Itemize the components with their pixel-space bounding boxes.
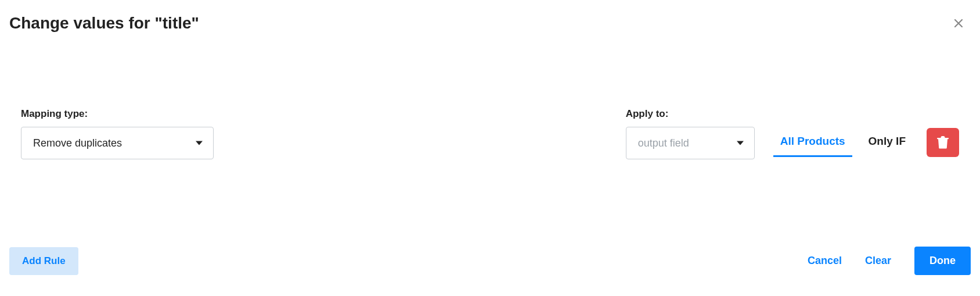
- delete-rule-button[interactable]: [927, 128, 959, 157]
- mapping-type-group: Mapping type: Remove duplicates: [21, 108, 214, 159]
- scope-tabs: All Products Only IF: [780, 129, 906, 156]
- svg-rect-0: [937, 138, 949, 139]
- tab-all-products[interactable]: All Products: [780, 129, 845, 156]
- apply-to-select[interactable]: output field: [626, 127, 755, 159]
- chevron-down-icon: [737, 141, 744, 145]
- add-rule-button[interactable]: Add Rule: [9, 247, 78, 275]
- close-icon[interactable]: [951, 16, 966, 31]
- apply-to-group: Apply to: output field: [626, 108, 755, 159]
- mapping-type-select[interactable]: Remove duplicates: [21, 127, 214, 159]
- dialog-footer: Add Rule Cancel Clear Done: [9, 247, 971, 275]
- mapping-type-value: Remove duplicates: [33, 137, 122, 149]
- dialog-title: Change values for "title": [9, 14, 199, 33]
- done-button[interactable]: Done: [914, 247, 971, 275]
- tab-only-if[interactable]: Only IF: [869, 129, 906, 156]
- change-values-dialog: Change values for "title" Mapping type: …: [0, 0, 980, 287]
- mapping-type-label: Mapping type:: [21, 108, 214, 120]
- apply-to-placeholder: output field: [638, 137, 689, 149]
- dialog-header: Change values for "title": [9, 14, 971, 33]
- cancel-button[interactable]: Cancel: [796, 249, 853, 273]
- chevron-down-icon: [196, 141, 203, 145]
- trash-icon: [937, 136, 949, 149]
- clear-button[interactable]: Clear: [853, 249, 903, 273]
- rule-row: Mapping type: Remove duplicates Apply to…: [9, 108, 971, 159]
- apply-to-label: Apply to:: [626, 108, 755, 120]
